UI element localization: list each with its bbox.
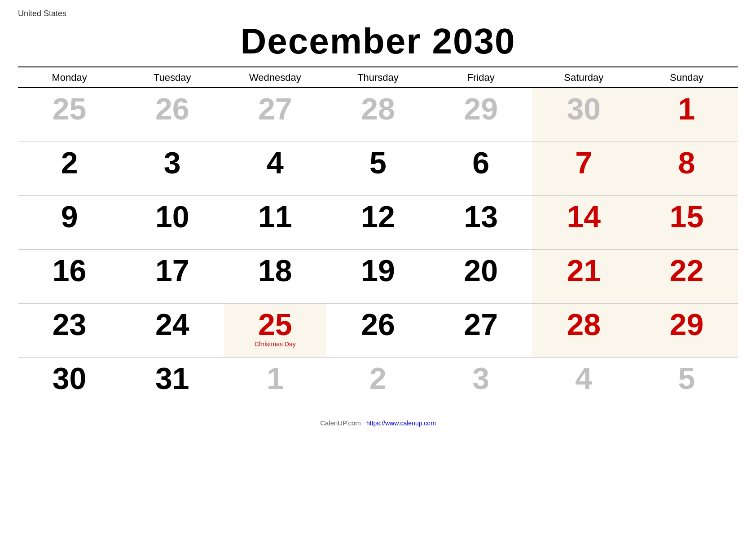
day-number: 5 — [334, 147, 422, 178]
day-cell: 5 — [326, 141, 429, 195]
calendar-table: MondayTuesdayWednesdayThursdayFridaySatu… — [18, 66, 738, 411]
month-title: December 2030 — [18, 21, 738, 62]
week-row-5: 232425Christmas Day26272829 — [18, 303, 738, 357]
country-label: United States — [18, 9, 738, 18]
day-number: 25 — [25, 93, 114, 124]
weekday-header-row: MondayTuesdayWednesdayThursdayFridaySatu… — [18, 67, 738, 88]
day-number: 3 — [128, 147, 216, 178]
day-cell: 28 — [532, 303, 635, 357]
day-cell: 26 — [121, 88, 224, 141]
day-cell: 9 — [18, 195, 121, 249]
day-cell: 8 — [635, 141, 738, 195]
day-cell: 21 — [532, 249, 635, 303]
day-number: 19 — [334, 255, 422, 286]
day-number: 5 — [642, 363, 731, 394]
day-cell: 30 — [532, 88, 635, 141]
day-number: 14 — [540, 201, 628, 232]
day-cell: 1 — [635, 88, 738, 141]
day-number: 23 — [25, 309, 114, 340]
day-number: 10 — [128, 201, 216, 232]
week-row-3: 9101112131415 — [18, 195, 738, 249]
day-number: 4 — [231, 147, 319, 178]
day-number: 8 — [642, 147, 731, 178]
day-cell: 10 — [121, 195, 224, 249]
week-row-2: 2345678 — [18, 141, 738, 195]
day-number: 28 — [334, 93, 422, 124]
weekday-header-sunday: Sunday — [635, 67, 738, 88]
day-number: 12 — [334, 201, 422, 232]
day-cell: 16 — [18, 249, 121, 303]
day-cell: 4 — [532, 357, 635, 411]
day-number: 27 — [437, 309, 525, 340]
weekday-header-thursday: Thursday — [326, 67, 429, 88]
day-number: 1 — [642, 93, 731, 124]
week-row-6: 303112345 — [18, 357, 738, 411]
day-number: 31 — [128, 363, 216, 394]
day-number: 20 — [437, 255, 525, 286]
day-cell: 3 — [430, 357, 532, 411]
footer: CalenUP.com https://www.calenup.com — [18, 419, 738, 427]
weekday-header-saturday: Saturday — [532, 67, 635, 88]
day-number: 25 — [231, 309, 319, 340]
day-cell: 6 — [430, 141, 532, 195]
day-number: 27 — [231, 93, 319, 124]
day-number: 7 — [540, 147, 628, 178]
day-number: 26 — [128, 93, 216, 124]
day-cell: 15 — [635, 195, 738, 249]
day-cell: 2 — [326, 357, 429, 411]
day-number: 18 — [231, 255, 319, 286]
holiday-label: Christmas Day — [231, 340, 319, 348]
day-cell: 27 — [224, 88, 326, 141]
day-cell: 27 — [430, 303, 532, 357]
day-cell: 12 — [326, 195, 429, 249]
day-number: 28 — [540, 309, 628, 340]
day-number: 29 — [642, 309, 731, 340]
day-cell: 4 — [224, 141, 326, 195]
day-cell: 3 — [121, 141, 224, 195]
day-number: 30 — [25, 363, 114, 394]
day-number: 24 — [128, 309, 216, 340]
day-cell: 11 — [224, 195, 326, 249]
day-cell: 2 — [18, 141, 121, 195]
day-cell: 23 — [18, 303, 121, 357]
day-cell: 17 — [121, 249, 224, 303]
day-number: 3 — [437, 363, 525, 394]
footer-brand: CalenUP.com — [320, 419, 361, 427]
day-number: 16 — [25, 255, 114, 286]
day-cell: 30 — [18, 357, 121, 411]
day-number: 15 — [642, 201, 731, 232]
footer-url[interactable]: https://www.calenup.com — [366, 420, 436, 427]
day-cell: 29 — [635, 303, 738, 357]
day-number: 13 — [437, 201, 525, 232]
day-cell: 13 — [430, 195, 532, 249]
day-number: 22 — [642, 255, 731, 286]
day-cell: 1 — [224, 357, 326, 411]
weekday-header-tuesday: Tuesday — [121, 67, 224, 88]
day-number: 21 — [540, 255, 628, 286]
day-number: 4 — [540, 363, 628, 394]
day-number: 2 — [25, 147, 114, 178]
day-cell: 24 — [121, 303, 224, 357]
day-cell: 20 — [430, 249, 532, 303]
day-number: 1 — [231, 363, 319, 394]
week-row-1: 2526272829301 — [18, 88, 738, 141]
day-number: 11 — [231, 201, 319, 232]
day-number: 6 — [437, 147, 525, 178]
day-cell: 29 — [430, 88, 532, 141]
day-cell: 25 — [18, 88, 121, 141]
day-cell: 26 — [326, 303, 429, 357]
day-cell: 19 — [326, 249, 429, 303]
day-number: 30 — [540, 93, 628, 124]
week-row-4: 16171819202122 — [18, 249, 738, 303]
day-cell: 31 — [121, 357, 224, 411]
day-cell: 14 — [532, 195, 635, 249]
day-cell: 7 — [532, 141, 635, 195]
day-number: 17 — [128, 255, 216, 286]
day-number: 9 — [25, 201, 114, 232]
day-cell: 22 — [635, 249, 738, 303]
day-number: 2 — [334, 363, 422, 394]
day-cell: 28 — [326, 88, 429, 141]
day-number: 29 — [437, 93, 525, 124]
day-number: 26 — [334, 309, 422, 340]
weekday-header-monday: Monday — [18, 67, 121, 88]
